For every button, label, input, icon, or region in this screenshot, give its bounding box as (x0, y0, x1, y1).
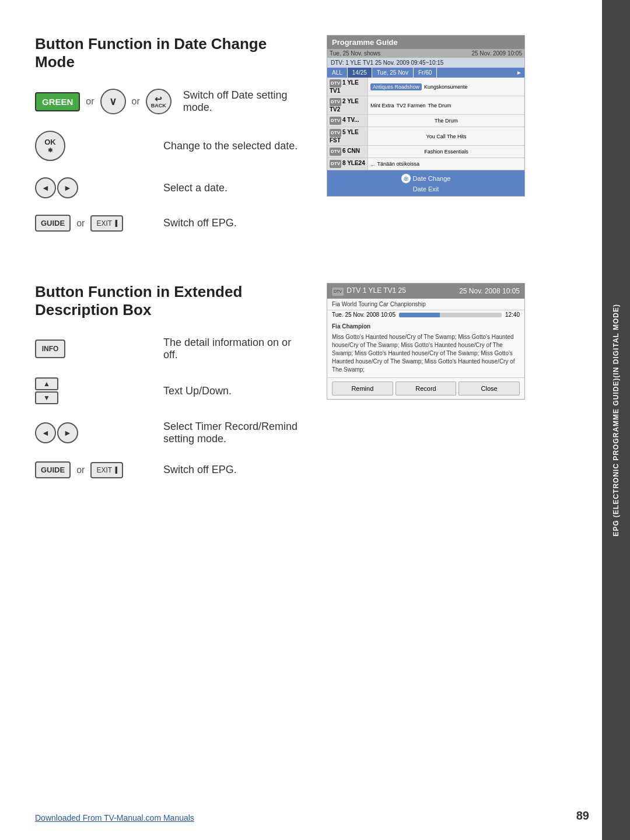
ch4-programs: You Call The Hits (368, 132, 524, 141)
info-row-description: The detail information on or off. (163, 337, 303, 361)
ch2-name: DTV2 YLE TV2 (327, 96, 368, 114)
side-label-text: EPG (ELECTRONIC PROGRAMME GUIDE)(IN DIGI… (612, 304, 620, 537)
ch1-name: DTV1 YLE TV1 (327, 78, 368, 96)
guide-button[interactable]: GUIDE (35, 215, 71, 232)
text-arrows-group: ▲ ▼ (35, 377, 58, 404)
record-button[interactable]: Record (396, 382, 457, 396)
exit-button[interactable]: EXIT ▐ (90, 215, 123, 232)
ch6-programs: ... Tänään otsikoissa (368, 159, 524, 169)
ch5-programs: Fashion Essentials (368, 147, 524, 156)
lr2-row-description: Select Timer Record/Remind setting mode. (163, 421, 303, 445)
guide-nav-date: 25 Nov. 2009 10:05 (471, 50, 522, 57)
guide-row-description: Switch off EPG. (163, 217, 237, 229)
updown-row-description: Text Up/Down. (163, 385, 232, 397)
desc-progress-bar (399, 313, 502, 317)
lr-button-row: ◄ ► Select a date. (35, 177, 303, 198)
guide-date-2: Tue, 25 Nov (372, 68, 414, 78)
ch1-programs: Antiques Roadshow Kungskonsumente (368, 82, 524, 92)
guide-date-exit: Date Exit (330, 184, 522, 194)
ch3-name: DTV4 TV... (327, 115, 368, 127)
guide-channel-3: DTV4 TV... The Drum (327, 115, 524, 127)
desc-channel: DTV DTV 1 YLE TV1 25 (332, 286, 406, 296)
desc-channel-name: DTV 1 YLE TV1 25 (346, 286, 406, 295)
guide-bottom: ◎ Date Change Date Exit (327, 170, 524, 196)
guide-date-3: Fr/60 (414, 68, 437, 78)
footer-link[interactable]: Downloaded From TV-Manual.com Manuals (35, 813, 194, 822)
left-arrow-button[interactable]: ◄ (35, 177, 56, 198)
guide-button-area: GUIDE or EXIT ▐ (35, 215, 152, 232)
remind-button[interactable]: Remind (332, 382, 393, 396)
info-button-area: INFO (35, 340, 152, 358)
updown-button-row: ▲ ▼ Text Up/Down. (35, 377, 303, 404)
ok-row-description: Change to the selected date. (163, 140, 298, 152)
down-text-arrow-button[interactable]: ▼ (35, 391, 58, 404)
close-button[interactable]: Close (459, 382, 520, 396)
green-button[interactable]: GREEN (35, 92, 80, 111)
desc-time-start: Tue. 25 Nov. 2008 10:05 (332, 312, 396, 318)
left-arrow-button-2[interactable]: ◄ (35, 422, 56, 443)
desc-body-text: Miss Gotto's Haunted house/Cry of The Sw… (332, 333, 520, 374)
down-arrow-button[interactable]: ∨ (100, 89, 126, 114)
desc-box-header: DTV DTV 1 YLE TV1 25 25 Nov. 2008 10:05 (327, 284, 524, 299)
guide-nav-left: Tue, 25 Nov. shows (330, 50, 380, 57)
desc-dtv-icon: DTV (332, 288, 344, 296)
guide-channel-6: DTV8 YLE24 ... Tänään otsikoissa (327, 158, 524, 170)
ok-button[interactable]: OK ✱ (35, 131, 65, 161)
info-button-row: INFO The detail information on or off. (35, 337, 303, 361)
ch2-programs: Mint Extra TV2 Farmen The Drum (368, 101, 524, 110)
or-text-3: or (76, 218, 85, 229)
lr-row-description: Select a date. (163, 182, 228, 194)
info-button[interactable]: INFO (35, 340, 65, 358)
right-arrow-button-2[interactable]: ► (57, 422, 78, 443)
description-box-panel: DTV DTV 1 YLE TV1 25 25 Nov. 2008 10:05 … (327, 283, 525, 400)
guide-date-change: ◎ Date Change (330, 173, 522, 184)
desc-box: DTV DTV 1 YLE TV1 25 25 Nov. 2008 10:05 … (327, 283, 525, 400)
guide-date-arrow: ► (437, 68, 524, 78)
desc-body: Fia Champion Miss Gotto's Haunted house/… (327, 319, 524, 377)
guide-button-row: GUIDE or EXIT ▐ Switch off EPG. (35, 215, 303, 232)
date-change-label: Date Change (413, 175, 451, 182)
side-label: EPG (ELECTRONIC PROGRAMME GUIDE)(IN DIGI… (602, 0, 630, 840)
guide-box: Programme Guide Tue, 25 Nov. shows 25 No… (327, 35, 525, 197)
page-number: 89 (576, 809, 589, 822)
guide-date-row: ALL 14/25 Tue, 25 Nov Fr/60 ► (327, 68, 524, 78)
updown-button-area: ▲ ▼ (35, 377, 152, 404)
guide-channel-5: DTV6 CNN Fashion Essentials (327, 146, 524, 158)
guide-channel-1: DTV1 YLE TV1 Antiques Roadshow Kungskons… (327, 78, 524, 96)
green-row-description: Switch off Date settingmode. (183, 89, 288, 114)
ch4-name: DTV5 YLE FST (327, 127, 368, 145)
guide-button-2[interactable]: GUIDE (35, 461, 71, 478)
desc-date: 25 Nov. 2008 10:05 (459, 287, 520, 295)
desc-footer: Remind Record Close (327, 377, 524, 399)
desc-progress-fill (399, 313, 440, 317)
exit-button-2[interactable]: EXIT ▐ (90, 462, 123, 478)
guide2-row-description: Switch off EPG. (163, 464, 237, 476)
green-button-row: GREEN or ∨ or ↩ BACK Switch off Date set… (35, 89, 303, 114)
ch5-name: DTV6 CNN (327, 146, 368, 158)
or-text-1: or (86, 96, 94, 107)
guide-channel-4: DTV5 YLE FST You Call The Hits (327, 127, 524, 146)
desc-progress-row: Tue. 25 Nov. 2008 10:05 12:40 (327, 310, 524, 319)
section2-title: Button Function in Extended Description … (35, 283, 303, 319)
guide-dtv-row: DTV: 1 YLE TV1 25 Nov. 2009 09:45~10:15 (327, 58, 524, 68)
right-arrow-button[interactable]: ► (57, 177, 78, 198)
green-button-area: GREEN or ∨ or ↩ BACK (35, 89, 172, 114)
guide-date-1: 14/25 (348, 68, 372, 78)
ch3-programs: The Drum (368, 116, 524, 125)
or-text-4: or (76, 465, 85, 475)
guide2-button-row: GUIDE or EXIT ▐ Switch off EPG. (35, 461, 303, 478)
desc-title2: Fia Champion (332, 323, 520, 331)
date-exit-label: Date Exit (413, 186, 439, 192)
back-button[interactable]: ↩ BACK (146, 89, 172, 114)
guide-channel-2: DTV2 YLE TV2 Mint Extra TV2 Farmen The D… (327, 96, 524, 115)
lr2-button-area: ◄ ► (35, 422, 152, 443)
guide-box-title: Programme Guide (327, 36, 524, 49)
desc-time-end: 12:40 (505, 312, 520, 318)
ch6-name: DTV8 YLE24 (327, 158, 368, 170)
lr-button-area: ◄ ► (35, 177, 152, 198)
date-change-icon: ◎ (401, 174, 411, 183)
ok-button-row: OK ✱ Change to the selected date. (35, 131, 303, 161)
up-text-arrow-button[interactable]: ▲ (35, 377, 58, 390)
guide-nav-row: Tue, 25 Nov. shows 25 Nov. 2009 10:05 (327, 49, 524, 58)
programme-guide-box: Programme Guide Tue, 25 Nov. shows 25 No… (327, 35, 525, 197)
